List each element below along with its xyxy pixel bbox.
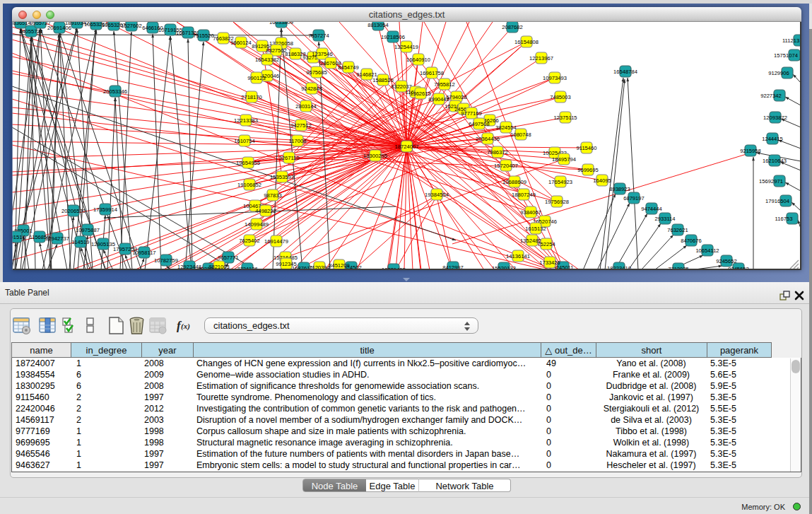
svg-text:8327502: 8327502 xyxy=(266,47,287,54)
svg-text:9427512: 9427512 xyxy=(290,122,312,129)
svg-text:9242848: 9242848 xyxy=(301,86,322,92)
svg-text:9129906: 9129906 xyxy=(768,70,789,76)
svg-text:7986372: 7986372 xyxy=(487,149,508,156)
svg-text:1237546: 1237546 xyxy=(312,51,333,57)
svg-text:10654112: 10654112 xyxy=(695,247,719,254)
svg-text:8470676: 8470676 xyxy=(681,238,702,244)
svg-text:9384067: 9384067 xyxy=(520,209,541,216)
svg-text:8813054: 8813054 xyxy=(367,22,389,28)
svg-text:15353593: 15353593 xyxy=(270,174,294,180)
svg-text:4498222: 4498222 xyxy=(255,208,276,214)
svg-text:15751074: 15751074 xyxy=(774,52,798,59)
svg-text:12375115: 12375115 xyxy=(553,115,577,121)
svg-text:9215958: 9215958 xyxy=(740,148,761,154)
svg-text:1733426: 1733426 xyxy=(539,259,560,266)
svg-text:3267110: 3267110 xyxy=(279,155,300,161)
svg-text:9227342: 9227342 xyxy=(760,93,782,99)
svg-text:16640910: 16640910 xyxy=(406,57,430,63)
svg-text:2087682: 2087682 xyxy=(502,24,523,30)
svg-text:20053346: 20053346 xyxy=(103,88,127,95)
svg-text:17654923: 17654923 xyxy=(548,179,572,185)
svg-text:(x): (x) xyxy=(181,322,190,331)
svg-text:9245652: 9245652 xyxy=(716,258,737,264)
svg-text:14055721: 14055721 xyxy=(19,28,43,35)
svg-text:391514: 391514 xyxy=(12,234,25,240)
svg-text:2718170: 2718170 xyxy=(241,94,262,100)
svg-text:16961758: 16961758 xyxy=(420,70,444,76)
svg-text:164095: 164095 xyxy=(593,177,611,184)
svg-text:19218506: 19218506 xyxy=(381,34,405,40)
svg-text:116753: 116753 xyxy=(775,216,793,222)
svg-text:114519: 114519 xyxy=(72,239,90,245)
svg-text:14099489: 14099489 xyxy=(245,221,269,228)
svg-text:10973493: 10973493 xyxy=(543,75,567,81)
svg-text:20364436: 20364436 xyxy=(476,136,500,142)
svg-text:9675685: 9675685 xyxy=(306,69,327,76)
svg-text:7955812: 7955812 xyxy=(434,81,455,88)
svg-text:117008: 117008 xyxy=(289,138,307,144)
svg-text:18807249: 18807249 xyxy=(512,192,536,198)
svg-text:1527602: 1527602 xyxy=(121,23,142,29)
svg-text:8454749: 8454749 xyxy=(338,64,359,71)
svg-text:7357274: 7357274 xyxy=(308,33,329,39)
svg-text:16154808: 16154808 xyxy=(514,39,539,45)
svg-text:13254419: 13254419 xyxy=(394,44,418,50)
svg-text:16210643: 16210643 xyxy=(763,158,787,164)
svg-text:8938923: 8938923 xyxy=(609,186,630,192)
svg-text:1080748: 1080748 xyxy=(510,132,531,138)
svg-text:19654955: 19654955 xyxy=(236,160,260,166)
svg-text:15692971: 15692971 xyxy=(759,178,783,185)
svg-text:2933114: 2933114 xyxy=(655,216,676,222)
svg-text:7485003: 7485003 xyxy=(550,94,571,100)
svg-text:16033809: 16033809 xyxy=(269,22,293,25)
svg-text:111213: 111213 xyxy=(782,37,799,44)
svg-text:1588520: 1588520 xyxy=(372,77,394,83)
svg-text:10958117: 10958117 xyxy=(132,250,155,256)
svg-text:9660124: 9660124 xyxy=(230,40,252,46)
svg-text:990123: 990123 xyxy=(247,75,265,81)
svg-text:12942737: 12942737 xyxy=(45,235,69,242)
svg-text:9115460: 9115460 xyxy=(577,145,597,151)
svg-text:18300295: 18300295 xyxy=(363,153,387,159)
svg-text:752254: 752254 xyxy=(537,241,555,247)
svg-text:7515520: 7515520 xyxy=(193,33,214,39)
svg-text:19756928: 19756928 xyxy=(545,199,569,205)
svg-text:16548784: 16548784 xyxy=(613,69,637,75)
svg-text:6879197: 6879197 xyxy=(623,195,645,201)
svg-text:8451209: 8451209 xyxy=(329,262,350,269)
svg-text:9474444: 9474444 xyxy=(641,206,662,212)
svg-text:10688609: 10688609 xyxy=(502,179,526,185)
svg-text:1615132: 1615132 xyxy=(525,226,546,232)
svg-text:17916504: 17916504 xyxy=(765,198,789,204)
svg-text:9699695: 9699695 xyxy=(577,167,599,173)
svg-text:2803144: 2803144 xyxy=(295,103,317,110)
svg-text:987833: 987833 xyxy=(264,192,281,199)
svg-text:7632621: 7632621 xyxy=(667,227,688,233)
svg-text:6497508: 6497508 xyxy=(469,121,490,127)
svg-text:19106852: 19106852 xyxy=(237,182,261,188)
svg-text:12905135: 12905135 xyxy=(91,241,115,247)
svg-text:14136141: 14136141 xyxy=(506,253,530,259)
svg-text:19384554: 19384554 xyxy=(425,192,449,198)
svg-text:9657771: 9657771 xyxy=(218,255,239,261)
svg-text:1244415: 1244415 xyxy=(762,136,783,142)
svg-text:16543382: 16543382 xyxy=(255,57,279,63)
svg-text:20206570: 20206570 xyxy=(61,208,86,214)
svg-text:12093872: 12093872 xyxy=(763,115,787,121)
svg-text:18724007: 18724007 xyxy=(395,144,419,150)
svg-text:6794028: 6794028 xyxy=(446,94,467,100)
svg-text:3824554: 3824554 xyxy=(495,124,517,131)
svg-text:10975887: 10975887 xyxy=(76,227,100,233)
svg-text:18495794: 18495794 xyxy=(552,156,576,163)
svg-text:9912345: 9912345 xyxy=(276,261,297,267)
svg-text:7625402: 7625402 xyxy=(239,238,260,244)
svg-text:12213967: 12213967 xyxy=(529,55,553,62)
svg-text:12213383: 12213383 xyxy=(234,117,258,124)
svg-text:9777169: 9777169 xyxy=(461,110,482,117)
svg-text:15720407: 15720407 xyxy=(494,163,518,169)
svg-text:17359914: 17359914 xyxy=(93,206,117,213)
svg-text:10782759: 10782759 xyxy=(154,257,178,264)
svg-text:16914479: 16914479 xyxy=(264,238,288,245)
svg-text:1610754: 1610754 xyxy=(234,138,255,144)
